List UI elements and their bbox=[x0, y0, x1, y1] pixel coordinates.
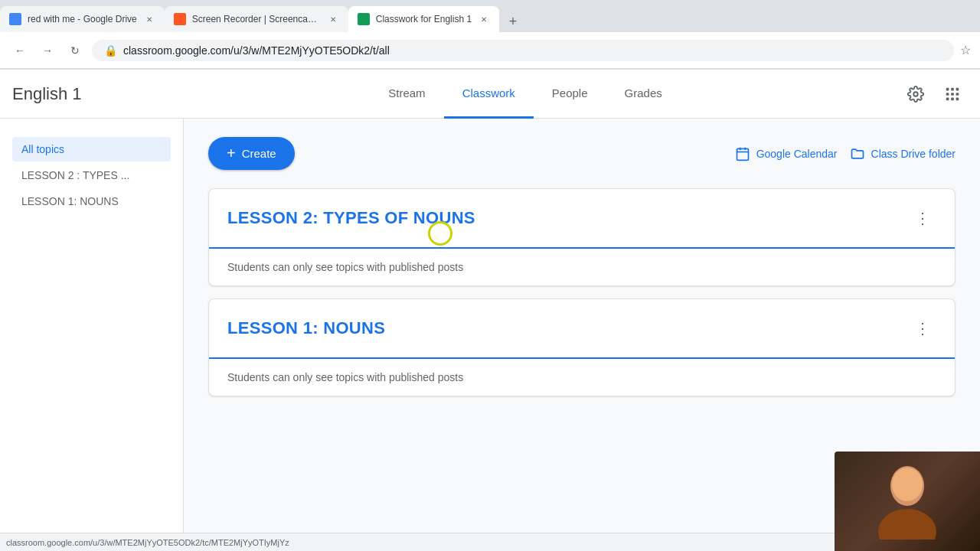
tab-people[interactable]: People bbox=[534, 70, 606, 119]
bookmark-button[interactable]: ☆ bbox=[960, 43, 971, 57]
lesson1-card-body: Students can only see topics with publis… bbox=[209, 359, 955, 396]
tab-favicon-classroom bbox=[358, 13, 370, 25]
tab-title-classroom: Classwork for English 1 bbox=[376, 14, 472, 24]
nav-tabs: Stream Classwork People Grades bbox=[150, 70, 900, 119]
tab-bar: red with me - Google Drive ✕ Screen Reco… bbox=[0, 0, 980, 32]
content-toolbar: + Create Google Calendar bbox=[208, 137, 956, 170]
lesson2-card: LESSON 2: TYPES OF NOUNS ⋮ Students can … bbox=[208, 188, 956, 286]
google-calendar-label: Google Calendar bbox=[756, 148, 838, 160]
tab-classroom[interactable]: Classwork for English 1 ✕ bbox=[348, 6, 499, 32]
lesson2-card-body: Students can only see topics with publis… bbox=[209, 249, 955, 285]
svg-rect-8 bbox=[951, 97, 954, 100]
lesson2-card-header: LESSON 2: TYPES OF NOUNS ⋮ bbox=[209, 189, 955, 249]
svg-rect-1 bbox=[946, 87, 949, 90]
sidebar-item-lesson2[interactable]: LESSON 2 : TYPES ... bbox=[12, 163, 171, 187]
header-actions bbox=[900, 79, 968, 109]
calendar-icon bbox=[735, 146, 750, 161]
folder-icon bbox=[850, 146, 865, 161]
tab-close-classroom[interactable]: ✕ bbox=[478, 13, 490, 25]
sidebar-item-all-topics[interactable]: All topics bbox=[12, 137, 171, 161]
lock-icon: 🔒 bbox=[104, 44, 117, 57]
sidebar-lesson1-label: LESSON 1: NOUNS bbox=[21, 195, 119, 207]
svg-point-15 bbox=[878, 509, 936, 540]
settings-button[interactable] bbox=[900, 79, 931, 109]
sidebar-item-lesson1[interactable]: LESSON 1: NOUNS bbox=[12, 189, 171, 214]
svg-rect-6 bbox=[956, 93, 959, 96]
apps-button[interactable] bbox=[937, 79, 968, 109]
svg-point-0 bbox=[913, 92, 918, 96]
lesson2-title: LESSON 2: TYPES OF NOUNS bbox=[227, 208, 909, 228]
browser-chrome: red with me - Google Drive ✕ Screen Reco… bbox=[0, 0, 980, 70]
tab-stream-label: Stream bbox=[388, 86, 425, 99]
lesson1-card-header: LESSON 1: NOUNS ⋮ bbox=[209, 299, 955, 359]
lesson2-menu-button[interactable]: ⋮ bbox=[909, 204, 936, 232]
google-calendar-link[interactable]: Google Calendar bbox=[735, 146, 838, 161]
lesson1-menu-button[interactable]: ⋮ bbox=[909, 315, 936, 342]
lesson2-body-text: Students can only see topics with publis… bbox=[227, 261, 936, 273]
url-bar[interactable]: 🔒 classroom.google.com/u/3/w/MTE2MjYyOTE… bbox=[92, 40, 954, 61]
new-tab-button[interactable]: + bbox=[502, 11, 524, 32]
class-drive-folder-link[interactable]: Class Drive folder bbox=[850, 146, 956, 161]
sidebar-all-topics-label: All topics bbox=[21, 143, 64, 155]
create-plus-icon: + bbox=[227, 145, 236, 162]
tab-grades-label: Grades bbox=[625, 86, 662, 99]
tab-classwork[interactable]: Classwork bbox=[444, 70, 534, 119]
create-button-label: Create bbox=[242, 147, 276, 160]
status-bar: classroom.google.com/u/3/w/MTE2MjYyOTE5O… bbox=[0, 533, 835, 551]
tab-grades[interactable]: Grades bbox=[606, 70, 681, 119]
create-button[interactable]: + Create bbox=[208, 137, 295, 170]
webcam-overlay bbox=[835, 452, 980, 551]
svg-rect-3 bbox=[956, 87, 959, 90]
tab-favicon-screencast bbox=[174, 13, 186, 25]
tab-people-label: People bbox=[552, 86, 588, 99]
tab-classwork-label: Classwork bbox=[462, 86, 515, 99]
app-header: English 1 Stream Classwork People Grades bbox=[0, 70, 980, 119]
svg-rect-10 bbox=[737, 148, 748, 160]
svg-rect-9 bbox=[956, 97, 959, 100]
sidebar-lesson2-label: LESSON 2 : TYPES ... bbox=[21, 169, 129, 181]
tab-favicon-google-drive bbox=[9, 13, 21, 25]
toolbar-right: Google Calendar Class Drive folder bbox=[735, 146, 956, 161]
status-url: classroom.google.com/u/3/w/MTE2MjYyOTE5O… bbox=[6, 538, 289, 547]
tab-screencast[interactable]: Screen Recorder | Screencast-O... ✕ bbox=[165, 6, 348, 32]
svg-point-16 bbox=[892, 468, 923, 501]
main-layout: All topics LESSON 2 : TYPES ... LESSON 1… bbox=[0, 119, 980, 551]
class-name: English 1 bbox=[12, 84, 150, 104]
tab-google-drive[interactable]: red with me - Google Drive ✕ bbox=[0, 6, 165, 32]
tab-stream[interactable]: Stream bbox=[370, 70, 443, 119]
tab-title-google-drive: red with me - Google Drive bbox=[28, 14, 137, 24]
forward-button[interactable]: → bbox=[37, 40, 58, 61]
svg-rect-4 bbox=[946, 93, 949, 96]
tab-close-screencast[interactable]: ✕ bbox=[327, 13, 339, 25]
lesson1-title: LESSON 1: NOUNS bbox=[227, 318, 909, 338]
lesson1-card: LESSON 1: NOUNS ⋮ Students can only see … bbox=[208, 298, 956, 396]
sidebar: All topics LESSON 2 : TYPES ... LESSON 1… bbox=[0, 119, 184, 551]
svg-rect-7 bbox=[946, 97, 949, 100]
webcam-inner bbox=[835, 452, 980, 551]
lesson1-body-text: Students can only see topics with publis… bbox=[227, 371, 936, 383]
class-drive-folder-label: Class Drive folder bbox=[871, 148, 956, 160]
webcam-person-icon bbox=[877, 463, 938, 540]
address-bar: ← → ↻ 🔒 classroom.google.com/u/3/w/MTE2M… bbox=[0, 32, 980, 69]
url-text: classroom.google.com/u/3/w/MTE2MjYyOTE5O… bbox=[123, 44, 390, 57]
svg-rect-2 bbox=[951, 87, 954, 90]
tab-title-screencast: Screen Recorder | Screencast-O... bbox=[192, 14, 321, 24]
gear-icon bbox=[907, 86, 924, 103]
apps-icon bbox=[944, 86, 961, 103]
tab-close-google-drive[interactable]: ✕ bbox=[143, 13, 155, 25]
svg-rect-5 bbox=[951, 93, 954, 96]
back-button[interactable]: ← bbox=[9, 40, 31, 61]
reload-button[interactable]: ↻ bbox=[64, 40, 86, 61]
